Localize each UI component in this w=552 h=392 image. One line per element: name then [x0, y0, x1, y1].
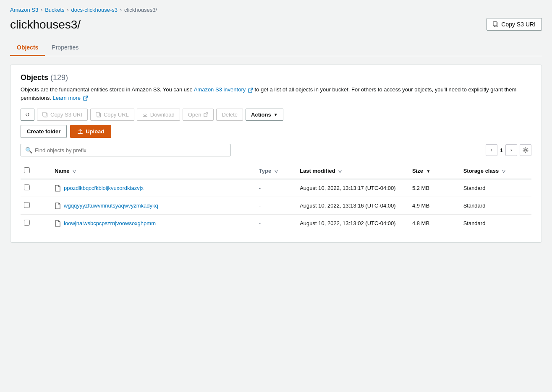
breadcrumb-sep-1: ›	[41, 7, 42, 13]
select-all-checkbox[interactable]	[24, 167, 30, 173]
copy-s3-uri-button[interactable]: Copy S3 URI	[37, 109, 88, 121]
svg-rect-3	[43, 112, 46, 116]
pagination: ‹ 1 ›	[486, 144, 531, 156]
file-link[interactable]: loowjnalwsbcpcpszrnjvoowsoxghpmm	[64, 220, 156, 226]
external-link-icon-1	[248, 88, 253, 93]
file-link[interactable]: wgqqyyyzftuwvmnutsyaqwvyzmkadykq	[64, 202, 158, 209]
tabs: Objects Properties	[10, 40, 542, 56]
modified-sort-icon: ▽	[338, 169, 342, 174]
learn-more-link[interactable]: Learn more	[53, 95, 81, 101]
row-storage-cell: Standard	[460, 215, 531, 232]
upload-button[interactable]: Upload	[70, 125, 111, 138]
col-header-type[interactable]: Type ▽	[256, 163, 296, 179]
table-settings-button[interactable]	[520, 144, 531, 156]
open-icon	[204, 112, 208, 117]
select-all-header	[21, 163, 51, 179]
row-size-cell: 5.2 MB	[409, 179, 460, 197]
tab-properties[interactable]: Properties	[45, 40, 85, 56]
toolbar-row2: Create folder Upload	[21, 125, 531, 138]
row-size-cell: 4.9 MB	[409, 197, 460, 215]
row-storage-cell: Standard	[460, 179, 531, 197]
gear-icon	[523, 147, 528, 153]
row-name-cell: ppozdlkbqccfkbioijkvuxordkiazvjx	[51, 179, 256, 197]
panel-count: (129)	[50, 73, 68, 82]
col-header-size[interactable]: Size ▼	[409, 163, 460, 179]
svg-point-6	[525, 149, 526, 151]
row-storage-cell: Standard	[460, 197, 531, 215]
table-row: ppozdlkbqccfkbioijkvuxordkiazvjx - Augus…	[21, 179, 531, 197]
file-icon	[55, 185, 60, 192]
upload-icon	[77, 129, 83, 135]
col-header-modified[interactable]: Last modified ▽	[296, 163, 409, 179]
create-folder-button[interactable]: Create folder	[21, 125, 67, 138]
s3-inventory-link[interactable]: Amazon S3 inventory	[194, 86, 246, 93]
breadcrumb-buckets[interactable]: Buckets	[45, 7, 64, 13]
name-sort-icon: ▽	[73, 169, 76, 174]
delete-button[interactable]: Delete	[216, 109, 243, 121]
breadcrumb-sep-3: ›	[120, 7, 122, 13]
breadcrumb-current: clickhouses3/	[124, 7, 157, 13]
row-modified-cell: August 10, 2022, 13:13:02 (UTC-04:00)	[296, 215, 409, 232]
svg-rect-5	[96, 112, 99, 116]
row-type-cell: -	[256, 197, 296, 215]
row-modified-cell: August 10, 2022, 13:13:16 (UTC-04:00)	[296, 197, 409, 215]
col-header-name[interactable]: Name ▽	[51, 163, 256, 179]
objects-table: Name ▽ Type ▽ Last modified ▽ Size ▼	[21, 163, 531, 232]
row-name-cell: wgqqyyyzftuwvmnutsyaqwvyzmkadykq	[51, 197, 256, 215]
breadcrumb-sep-2: ›	[67, 7, 68, 13]
external-link-icon-2	[83, 96, 88, 101]
row-checkbox-cell	[21, 179, 51, 197]
actions-button[interactable]: Actions ▼	[246, 109, 283, 121]
refresh-button[interactable]: ↺	[21, 109, 34, 121]
row-checkbox-1[interactable]	[24, 202, 30, 208]
page-header: clickhouses3/ Copy S3 URI	[10, 18, 542, 31]
search-icon: 🔍	[25, 147, 32, 153]
copy-url-icon	[96, 112, 101, 117]
row-checkbox-cell	[21, 197, 51, 215]
table-row: loowjnalwsbcpcpszrnjvoowsoxghpmm - Augus…	[21, 215, 531, 232]
row-type-cell: -	[256, 179, 296, 197]
toolbar-row1: ↺ Copy S3 URI Copy URL Download Open Del…	[21, 109, 531, 121]
download-icon	[142, 112, 148, 117]
breadcrumb-bucket-name[interactable]: docs-clickhouse-s3	[71, 7, 118, 13]
file-icon	[55, 220, 60, 227]
size-sort-icon: ▼	[426, 169, 431, 174]
search-row: 🔍 ‹ 1 ›	[21, 144, 531, 156]
header-copy-s3-uri-button[interactable]: Copy S3 URI	[487, 18, 542, 31]
row-size-cell: 4.8 MB	[409, 215, 460, 232]
file-link[interactable]: ppozdlkbqccfkbioijkvuxordkiazvjx	[64, 185, 144, 191]
content-panel: Objects (129) Objects are the fundamenta…	[10, 65, 542, 243]
row-type-cell: -	[256, 215, 296, 232]
tab-objects[interactable]: Objects	[10, 40, 45, 56]
page-title: clickhouses3/	[10, 18, 81, 31]
table-row: wgqqyyyzftuwvmnutsyaqwvyzmkadykq - Augus…	[21, 197, 531, 215]
type-sort-icon: ▽	[275, 169, 278, 174]
search-box-container: 🔍	[21, 144, 230, 156]
page-wrapper: Amazon S3 › Buckets › docs-clickhouse-s3…	[0, 0, 552, 392]
refresh-icon: ↺	[25, 112, 30, 118]
panel-title: Objects (129)	[21, 73, 531, 82]
breadcrumb-amazon-s3[interactable]: Amazon S3	[10, 7, 38, 13]
copy-icon	[493, 21, 499, 27]
pagination-page-number: 1	[500, 147, 503, 153]
pagination-next-button[interactable]: ›	[505, 144, 517, 156]
open-button[interactable]: Open	[183, 109, 214, 121]
copy-s3-uri-icon	[42, 112, 48, 117]
search-input[interactable]	[35, 147, 226, 153]
pagination-prev-button[interactable]: ‹	[486, 144, 497, 156]
download-button[interactable]: Download	[137, 109, 180, 121]
svg-rect-1	[493, 22, 497, 26]
actions-chevron-icon: ▼	[274, 112, 278, 117]
copy-url-button[interactable]: Copy URL	[90, 109, 134, 121]
row-checkbox-2[interactable]	[24, 220, 30, 226]
row-checkbox-cell	[21, 215, 51, 232]
row-name-cell: loowjnalwsbcpcpszrnjvoowsoxghpmm	[51, 215, 256, 232]
breadcrumb: Amazon S3 › Buckets › docs-clickhouse-s3…	[10, 7, 542, 13]
file-icon	[55, 202, 60, 209]
row-checkbox-0[interactable]	[24, 184, 30, 190]
storage-sort-icon: ▽	[502, 169, 505, 174]
panel-description: Objects are the fundamental entities sto…	[21, 86, 531, 102]
col-header-storage[interactable]: Storage class ▽	[460, 163, 531, 179]
row-modified-cell: August 10, 2022, 13:13:17 (UTC-04:00)	[296, 179, 409, 197]
